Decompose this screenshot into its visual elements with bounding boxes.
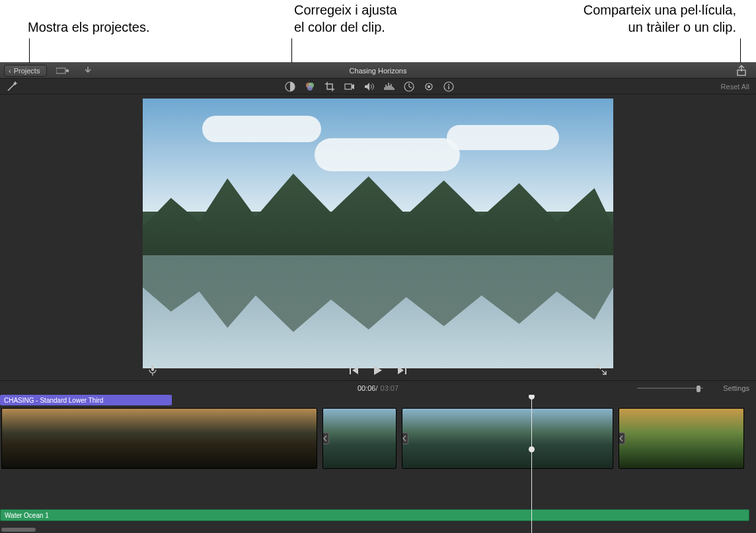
svg-point-13 [448, 84, 449, 85]
callout-projects: Mostra els projectes. [28, 19, 150, 36]
transition-icon[interactable] [322, 432, 329, 444]
svg-rect-1 [66, 69, 69, 72]
voiceover-mic-button[interactable] [148, 364, 160, 376]
playhead[interactable] [531, 395, 532, 533]
timeline-zoom-slider[interactable] [637, 384, 703, 392]
reset-all-button[interactable]: Reset All [721, 83, 749, 91]
svg-rect-0 [56, 68, 65, 73]
adjust-icon-row [284, 81, 455, 93]
callout-color: Corregeix i ajusta el color del clip. [294, 1, 397, 36]
import-button[interactable] [79, 65, 97, 76]
color-correction-icon[interactable] [304, 81, 316, 93]
volume-icon[interactable] [363, 81, 375, 93]
crop-icon[interactable] [324, 81, 336, 93]
adjust-toolbar: Reset All [0, 79, 756, 95]
timeline-settings-button[interactable]: Settings [723, 384, 749, 392]
noise-reduction-icon[interactable] [383, 81, 395, 93]
svg-rect-14 [448, 86, 449, 89]
preview-viewer[interactable] [143, 99, 613, 368]
title-clip[interactable]: CHASING - Standard Lower Third [0, 395, 172, 405]
chevron-left-icon: ‹ [9, 67, 11, 75]
info-icon[interactable] [443, 81, 455, 93]
transition-icon[interactable] [402, 432, 408, 444]
timecode-row: 00:06 / 03:07 Settings [0, 380, 756, 395]
enhance-wand-button[interactable] [5, 80, 19, 93]
svg-rect-8 [345, 84, 352, 89]
playback-controls [348, 364, 408, 376]
video-clip[interactable] [322, 408, 397, 469]
projects-button[interactable]: ‹ Projects [4, 65, 47, 77]
projects-button-label: Projects [14, 67, 40, 75]
callout-line [740, 38, 741, 66]
svg-rect-16 [350, 366, 351, 374]
svg-point-7 [307, 85, 313, 91]
svg-rect-15 [151, 365, 154, 371]
timecode-current: 00:06 [358, 384, 376, 392]
callout-line [29, 38, 30, 66]
timecode-separator: / [375, 384, 377, 392]
svg-rect-17 [405, 366, 406, 374]
viewer-area [0, 95, 756, 380]
transport-bar [0, 363, 756, 378]
video-clip[interactable] [619, 408, 744, 469]
top-toolbar: ‹ Projects Chasing Horizons [0, 63, 756, 79]
share-button[interactable] [734, 64, 749, 77]
timeline-scrollbar[interactable] [0, 526, 756, 533]
timeline[interactable]: CHASING - Standard Lower Third Water Oce… [0, 395, 756, 533]
clip-filter-icon[interactable] [423, 81, 435, 93]
video-track [0, 408, 756, 469]
timecode-total: 03:07 [381, 384, 399, 392]
fullscreen-button[interactable] [596, 364, 608, 376]
media-library-button[interactable] [54, 65, 72, 76]
svg-point-11 [428, 85, 430, 88]
audio-clip[interactable]: Water Ocean 1 [0, 509, 749, 521]
imovie-window: ‹ Projects Chasing Horizons Re [0, 62, 756, 533]
video-clip[interactable] [1, 408, 317, 469]
video-clip[interactable] [402, 408, 613, 469]
prev-frame-button[interactable] [348, 364, 360, 376]
color-balance-icon[interactable] [284, 81, 296, 93]
play-button[interactable] [372, 364, 384, 376]
speed-icon[interactable] [403, 81, 415, 93]
stabilization-icon[interactable] [344, 81, 356, 93]
transition-icon[interactable] [619, 432, 625, 444]
annotation-layer: Mostra els projectes. Corregeix i ajusta… [0, 0, 756, 62]
callout-share: Comparteix una pel·lícula, un tràiler o … [584, 1, 736, 36]
next-frame-button[interactable] [396, 364, 408, 376]
project-title: Chasing Horizons [350, 67, 407, 75]
